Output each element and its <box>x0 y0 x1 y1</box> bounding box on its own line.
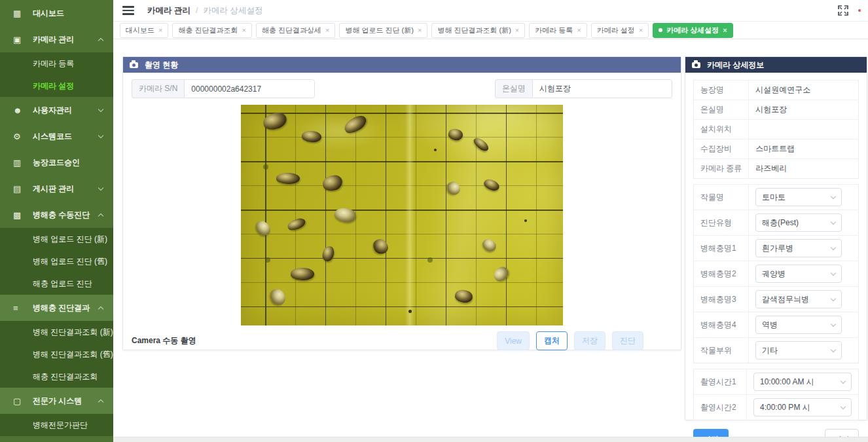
sidebar-item-icon: ▤ <box>13 185 24 193</box>
chevron-down-icon <box>831 193 836 198</box>
trap-spot <box>269 287 287 306</box>
tab[interactable]: 카메라 등록 × <box>529 23 587 38</box>
dropdown[interactable]: 흰가루병 <box>755 239 842 257</box>
tab-close-icon[interactable]: × <box>723 26 727 34</box>
tab[interactable]: 해충 진단결과상세 × <box>256 23 336 38</box>
sidebar-item[interactable]: ▤ 게시판 관리 <box>0 175 113 202</box>
trap-spot <box>333 206 357 224</box>
tab-close-icon[interactable]: × <box>515 26 519 34</box>
sidebar-item[interactable]: 병해 진단결과조회 (舊) <box>0 343 113 365</box>
sidebar-item-label: 해충 업로드 진단 <box>33 278 92 289</box>
sidebar-item[interactable]: ▩ 병해충 수동진단 <box>0 202 113 228</box>
table-row: 병해충명1 흰가루병 <box>694 236 859 261</box>
sidebar-item-label: 대시보드 <box>33 8 64 19</box>
tab-close-icon[interactable]: × <box>325 26 329 34</box>
trap-spot <box>446 181 461 196</box>
dropdown[interactable]: 갈색점무늬병 <box>755 290 842 308</box>
sidebar-item-icon: ⚙ <box>13 132 24 141</box>
table-row: 병해충명4 역병 <box>694 312 859 338</box>
chevron-icon <box>98 106 103 111</box>
chevron-icon <box>98 185 103 190</box>
greenhouse-group: 온실명 <box>495 79 672 98</box>
sidebar-item[interactable]: 병해 업로드 진단 (舊) <box>0 250 113 272</box>
field-label: 병해충명4 <box>694 312 749 338</box>
time-dropdown[interactable]: 10:00:00 AM 시 <box>753 373 852 391</box>
tab[interactable]: 병해 업로드 진단 (新) × <box>339 23 427 38</box>
tab-close-icon[interactable]: × <box>418 26 422 34</box>
trap-spot <box>482 177 501 193</box>
table-row: 카메라 종류 라즈베리 <box>694 159 859 179</box>
sidebar-item-label: 병해 업로드 진단 (舊) <box>33 256 107 267</box>
chevron-icon <box>98 213 103 219</box>
table-row: 촬영시간1 10:00:00 AM 시 <box>694 369 859 395</box>
action-button[interactable]: 캡처 <box>536 331 568 350</box>
sidebar-item[interactable]: 병해전문가판단 <box>0 414 113 436</box>
tab-label: 카메라 설정 <box>597 26 635 35</box>
greenhouse-input[interactable] <box>532 79 672 98</box>
dropdown-value: 해충(Pest) <box>762 217 799 229</box>
dropdown[interactable]: 기타 <box>755 341 842 359</box>
tab[interactable]: 해충 진단결과조회 × <box>172 23 252 38</box>
topbar-actions <box>838 5 859 16</box>
sidebar-item[interactable]: 해충 진단결과조회 <box>0 365 113 388</box>
sidebar-item-label: 카메라 등록 <box>33 58 74 69</box>
camera-icon <box>130 62 138 68</box>
tab-bar: 대시보드 × 해충 진단결과조회 × 해충 진단결과상세 × 병해 업로드 진단… <box>113 22 868 39</box>
chevron-down-icon <box>831 270 836 275</box>
sidebar-item[interactable]: ⚙ 시스템코드 <box>0 123 113 149</box>
camera-sn-label: 카메라 S/N <box>132 79 184 98</box>
sidebar-item-icon: ☻ <box>13 106 24 115</box>
dropdown-value: 흰가루병 <box>762 243 793 254</box>
time-dropdown[interactable]: 4:00:00 PM 시 <box>753 398 852 416</box>
tab-close-icon[interactable]: × <box>639 26 643 34</box>
tab[interactable]: 카메라 상세설정 × <box>653 23 733 38</box>
dropdown[interactable]: 토마토 <box>755 188 842 206</box>
tab[interactable]: 병해 진단결과조회 (新) × <box>431 23 525 38</box>
sidebar-item[interactable]: 카메라 설정 <box>0 75 113 97</box>
camera-sn-input[interactable] <box>184 79 315 98</box>
fullscreen-icon[interactable] <box>838 5 848 16</box>
sidebar-item-label: 병해 진단결과조회 (新) <box>33 327 113 338</box>
action-button[interactable]: View <box>497 331 530 350</box>
dropdown[interactable]: 해충(Pest) <box>755 213 842 232</box>
diagnosis-settings-table: 작물명 토마토 진단유형 해충(Pest) <box>693 184 859 363</box>
tab[interactable]: 카메라 설정 × <box>591 23 649 38</box>
trap-spot <box>447 127 464 142</box>
breadcrumb-primary[interactable]: 카메라 관리 <box>147 5 190 16</box>
table-row: 설치위치 <box>694 120 859 139</box>
dropdown[interactable]: 궤양병 <box>755 265 842 283</box>
sidebar-item-label: 병해 진단결과조회 (舊) <box>33 349 113 360</box>
sidebar-item[interactable]: ☻ 사용자관리 <box>0 97 113 123</box>
sidebar-item[interactable]: ▣ 카메라 관리 <box>0 26 113 52</box>
close-button[interactable]: 닫기 <box>825 429 859 442</box>
tab-close-icon[interactable]: × <box>242 26 246 34</box>
sidebar-item[interactable]: 해충 업로드 진단 <box>0 272 113 295</box>
sidebar-item[interactable]: ▢ 전문가 시스템 <box>0 388 113 414</box>
sidebar-item[interactable]: ▦ 대시보드 <box>0 0 113 26</box>
dropdown-value: 4:00:00 PM 시 <box>760 402 810 413</box>
dropdown[interactable]: 역병 <box>755 316 842 334</box>
sidebar-item[interactable]: 병해 업로드 진단 (新) <box>0 228 113 250</box>
tab-label: 병해 업로드 진단 (新) <box>345 26 414 35</box>
trap-spot <box>342 113 369 136</box>
action-button[interactable]: 저장 <box>574 331 606 350</box>
trap-spot <box>492 265 511 284</box>
action-button[interactable]: 진단 <box>612 331 643 350</box>
sidebar-item[interactable]: 카메라 등록 <box>0 52 113 75</box>
menu-toggle-icon[interactable] <box>122 6 134 15</box>
sidebar-item-label: 해충 진단결과조회 <box>33 371 98 382</box>
save-button[interactable]: 저장 <box>693 429 729 442</box>
sidebar-item[interactable]: 병해 진단결과조회 (新) <box>0 321 113 343</box>
sidebar-item[interactable]: ▥ 농장코드승인 <box>0 149 113 175</box>
field-label: 작물명 <box>694 185 749 210</box>
capture-actions: View캡처저장진단 <box>497 331 672 350</box>
tab-close-icon[interactable]: × <box>577 26 581 34</box>
sidebar: ▦ 대시보드 ▣ 카메라 관리 카메라 등록 카메라 설정 ☻ 사용자관리 <box>0 0 113 442</box>
field-label: 병해충명2 <box>694 261 749 287</box>
table-row: 작물명 토마토 <box>694 185 859 210</box>
tab[interactable]: 대시보드 × <box>120 23 168 38</box>
sidebar-item[interactable]: ≡ 병해충 진단결과 <box>0 295 113 321</box>
chevron-down-icon <box>831 321 836 326</box>
tab-close-icon[interactable]: × <box>158 26 162 34</box>
dropdown-value: 토마토 <box>762 192 786 203</box>
